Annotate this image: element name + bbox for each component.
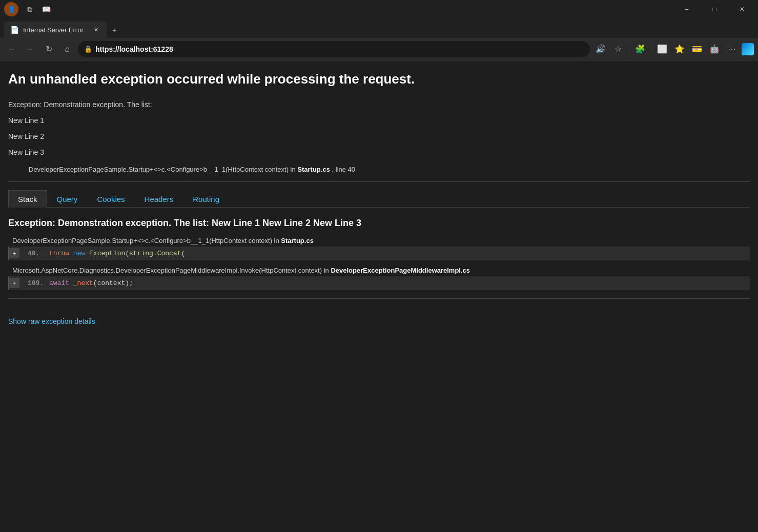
tab-stack[interactable]: Stack <box>8 190 47 208</box>
stack-frame-1: DeveloperExceptionPageSample.Startup+<>c… <box>8 237 750 260</box>
extensions-icon[interactable]: 🧩 <box>632 42 648 57</box>
read-aloud-icon[interactable]: 🔊 <box>593 42 608 57</box>
stack-location-text: DeveloperExceptionPageSample.Startup+<>c… <box>29 166 296 173</box>
forward-button[interactable]: → <box>23 42 38 57</box>
tab-cookies[interactable]: Cookies <box>87 190 134 208</box>
code-paren2: ( <box>181 250 185 257</box>
favorite-icon[interactable]: ☆ <box>610 42 626 57</box>
new-tab-icon[interactable]: ⧉ <box>23 2 37 16</box>
exception-line-2: New Line 2 <box>8 130 750 143</box>
tab-close-button[interactable]: ✕ <box>91 25 100 34</box>
line-code-2: await _next(context); <box>49 276 133 290</box>
show-raw-link[interactable]: Show raw exception details <box>8 317 95 325</box>
copilot-icon[interactable]: 🤖 <box>707 42 722 57</box>
divider <box>629 44 629 54</box>
frame-1-location-text: DeveloperExceptionPageSample.Startup+<>c… <box>12 237 279 244</box>
code-exception: Exception <box>89 250 125 257</box>
exception-label: Exception: <box>8 100 42 109</box>
code-paren: ( <box>125 250 129 257</box>
edge-logo <box>742 43 754 55</box>
exception-message: Demonstration exception. The list: <box>44 100 152 109</box>
stack-trace-location: DeveloperExceptionPageSample.Startup+<>c… <box>29 166 750 173</box>
back-button[interactable]: ← <box>4 42 19 57</box>
code-concat: string.Concat <box>129 250 181 257</box>
frame-1-file: Startup.cs <box>281 237 314 244</box>
separator-1 <box>8 181 750 182</box>
lock-icon: 🔒 <box>84 45 92 53</box>
page-content: An unhandled exception occurred while pr… <box>0 60 758 532</box>
line-code-1: throw new Exception(string.Concat( <box>49 247 185 260</box>
tab-query[interactable]: Query <box>47 190 88 208</box>
home-button[interactable]: ⌂ <box>59 42 75 57</box>
stack-line: , line 40 <box>332 166 356 173</box>
profile-icon[interactable]: 👤 <box>4 2 18 16</box>
expand-button-1[interactable]: + <box>9 248 19 258</box>
exception-line-1: New Line 1 <box>8 114 750 127</box>
code-await: await <box>49 279 73 287</box>
exception-line-3: New Line 3 <box>8 146 750 159</box>
line-number-1: 40. <box>24 247 49 260</box>
divider2 <box>651 44 651 54</box>
code-block-2: + 109. await _next(context); <box>8 276 750 290</box>
new-tab-button[interactable]: + <box>107 23 122 38</box>
tab-navigation: Stack Query Cookies Headers Routing <box>8 190 750 208</box>
code-paren3: (context); <box>93 279 133 287</box>
menu-icon[interactable]: ⋯ <box>724 42 740 57</box>
line-number-2: 109. <box>24 276 49 290</box>
frame-2-location: Microsoft.AspNetCore.Diagnostics.Develop… <box>8 267 750 274</box>
read-mode-icon[interactable]: 📖 <box>39 2 53 16</box>
tab-headers[interactable]: Headers <box>135 190 183 208</box>
collections-icon[interactable]: ⭐ <box>672 42 687 57</box>
split-view-icon[interactable]: ⬜ <box>654 42 670 57</box>
code-new: new <box>73 250 89 257</box>
tab-title: Internal Server Error <box>23 26 84 34</box>
browser-tab[interactable]: 📄 Internal Server Error ✕ <box>4 22 107 38</box>
code-keyword-throw: throw <box>49 250 73 257</box>
separator-2 <box>8 298 750 299</box>
expand-button-2[interactable]: + <box>9 278 19 288</box>
url-display: https://localhost:61228 <box>95 45 584 53</box>
main-error-heading: An unhandled exception occurred while pr… <box>8 71 750 88</box>
tab-favicon: 📄 <box>10 26 19 34</box>
address-bar[interactable]: 🔒 https://localhost:61228 <box>78 41 590 57</box>
code-next: _next <box>73 279 93 287</box>
code-line-2: + 109. await _next(context); <box>9 276 750 290</box>
exception-header: Exception: Demonstration exception. The … <box>8 218 750 229</box>
stack-file: Startup.cs <box>297 166 330 173</box>
code-line-1: + 40. throw new Exception(string.Concat( <box>9 247 750 260</box>
maximize-button[interactable]: □ <box>703 2 726 17</box>
frame-2-file: DeveloperExceptionPageMiddlewareImpl.cs <box>331 267 470 274</box>
minimize-button[interactable]: – <box>675 2 699 17</box>
wallet-icon[interactable]: 💳 <box>689 42 705 57</box>
code-block-1: + 40. throw new Exception(string.Concat( <box>8 247 750 260</box>
stack-frame-2: Microsoft.AspNetCore.Diagnostics.Develop… <box>8 267 750 290</box>
close-button[interactable]: ✕ <box>730 2 754 17</box>
exception-info: Exception: Demonstration exception. The … <box>8 98 750 111</box>
frame-1-location: DeveloperExceptionPageSample.Startup+<>c… <box>8 237 750 244</box>
tab-routing[interactable]: Routing <box>183 190 229 208</box>
frame-2-location-text: Microsoft.AspNetCore.Diagnostics.Develop… <box>12 267 329 274</box>
refresh-button[interactable]: ↻ <box>41 42 56 57</box>
